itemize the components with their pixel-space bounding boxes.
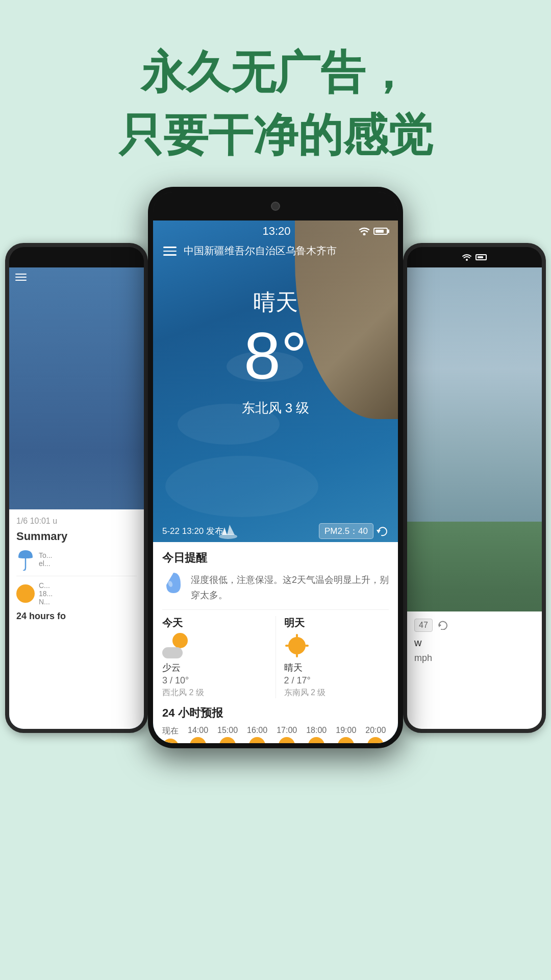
left-umbrella-text: To...el... (39, 551, 52, 568)
right-refresh-icon (437, 621, 449, 630)
forecast-today: 今天 少云 3 / 10° 西北风 2 级 (162, 616, 273, 698)
weather-wind: 东北风 3 级 (163, 399, 388, 417)
location-text: 中国新疆维吾尔自治区乌鲁木齐市 (184, 244, 337, 258)
water-drop-icon (162, 571, 185, 599)
status-time: 13:20 (262, 225, 290, 238)
forecast-tomorrow-day: 明天 (284, 616, 389, 630)
svg-point-4 (363, 233, 366, 236)
wifi-status-icon (359, 227, 369, 235)
weather-condition: 晴天 (163, 287, 388, 317)
hour-item-3: 16:00 (247, 726, 267, 744)
reminder-row: 湿度很低，注意保湿。这2天气温会明显上升，别穿太多。 (162, 571, 389, 609)
hour-time-0: 现在 (162, 726, 179, 737)
status-bar: 13:20 (153, 220, 398, 242)
today-reminder-title: 今日提醒 (162, 550, 389, 566)
umbrella-icon (16, 548, 35, 571)
phone-left-screen: 1/6 10:01 u Summary To...el... C...18 (9, 267, 144, 729)
forecast-today-temp: 3 / 10° (162, 675, 267, 686)
refresh-icon[interactable] (377, 526, 389, 536)
white-card: 今日提醒 湿度很低，注意保湿。这2天气温会明显上升，别穿太多。 (153, 542, 398, 743)
weather-temperature: 8° (163, 323, 388, 389)
hours-row: 现在 14:00 15:00 16:00 (162, 726, 389, 744)
forecast-tomorrow-condition: 晴天 (284, 662, 389, 674)
left-24h-label: 24 hours fo (16, 611, 137, 622)
publish-time: 5-22 13:20 发布 (162, 525, 223, 537)
left-sun-text: C...18...N... (39, 581, 53, 606)
pm25-badge: PM2.5：40 (319, 523, 373, 539)
phone-center: 13:20 (148, 187, 403, 748)
hour-item-1: 14:00 (188, 726, 208, 744)
hero-title-line1: 永久无广告， (0, 41, 551, 104)
forecast-today-day: 今天 (162, 616, 267, 630)
right-wifi-icon (462, 254, 471, 261)
hour-time-1: 14:00 (188, 726, 208, 735)
weather-main: 晴天 8° 东北风 3 级 (153, 262, 398, 422)
hour-time-3: 16:00 (247, 726, 267, 735)
menu-bar: 中国新疆维吾尔自治区乌鲁木齐市 (153, 242, 398, 262)
phone-right: 47 w mph (403, 243, 546, 733)
forecast-tomorrow-wind: 东南风 2 级 (284, 688, 389, 698)
hour-item-4: 17:00 (277, 726, 297, 744)
bottom-publish-bar: 5-22 13:20 发布 PM2.5：40 (153, 520, 398, 542)
right-mph-label: mph (414, 653, 535, 664)
forecast-today-condition: 少云 (162, 662, 267, 674)
left-summary-label: Summary (16, 530, 137, 543)
forecast-row: 今天 少云 3 / 10° 西北风 2 级 (162, 616, 389, 698)
front-camera (271, 202, 280, 211)
reminder-text: 湿度很低，注意保湿。这2天气温会明显上升，别穿太多。 (191, 571, 389, 603)
phone-right-topbar (407, 247, 542, 267)
phone-left-topbar (9, 247, 144, 267)
hour-item-0: 现在 (162, 726, 179, 744)
hour-time-5: 18:00 (306, 726, 327, 735)
hours-forecast-title: 24 小时预报 (162, 705, 389, 721)
phone-left: 1/6 10:01 u Summary To...el... C...18 (5, 243, 148, 733)
hour-time-2: 15:00 (217, 726, 238, 735)
weather-content: 13:20 (153, 220, 398, 743)
svg-point-1 (466, 259, 468, 261)
hamburger-menu[interactable] (163, 247, 177, 256)
hero-title-line2: 只要干净的感觉 (0, 104, 551, 166)
forecast-tomorrow-temp: 2 / 17° (284, 675, 389, 686)
left-date-label: 1/6 10:01 u (16, 517, 137, 526)
hour-time-4: 17:00 (277, 726, 297, 735)
hour-item-7: 20:00 (365, 726, 386, 744)
phone-right-screen: 47 w mph (407, 267, 542, 729)
svg-marker-2 (439, 623, 441, 627)
right-badge: 47 (414, 619, 433, 632)
phones-container: 1/6 10:01 u Summary To...el... C...18 (0, 187, 551, 937)
hero-section: 永久无广告， 只要干净的感觉 (0, 0, 551, 187)
hour-item-5: 18:00 (306, 726, 327, 744)
phone-top-bezel (153, 192, 398, 220)
hour-item-2: 15:00 (217, 726, 238, 744)
hour-item-6: 19:00 (336, 726, 356, 744)
svg-marker-5 (377, 530, 381, 533)
right-wind-label: w (414, 637, 535, 649)
forecast-today-wind: 西北风 2 级 (162, 688, 267, 698)
weather-screen: 13:20 (153, 220, 398, 743)
hour-time-7: 20:00 (365, 726, 386, 735)
hour-time-6: 19:00 (336, 726, 356, 735)
forecast-tomorrow: 明天 晴天 2 / 17° (278, 616, 389, 698)
